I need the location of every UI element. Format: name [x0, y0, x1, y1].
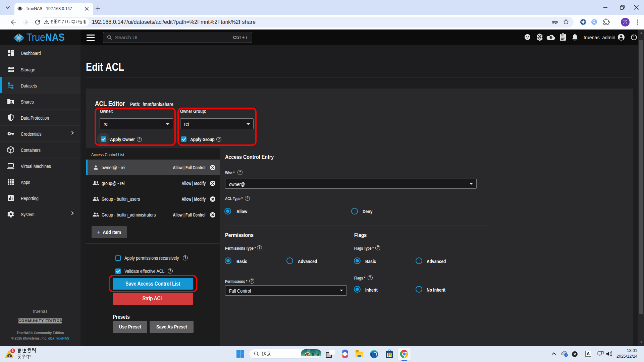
svg-text:3: 3 [12, 349, 14, 353]
